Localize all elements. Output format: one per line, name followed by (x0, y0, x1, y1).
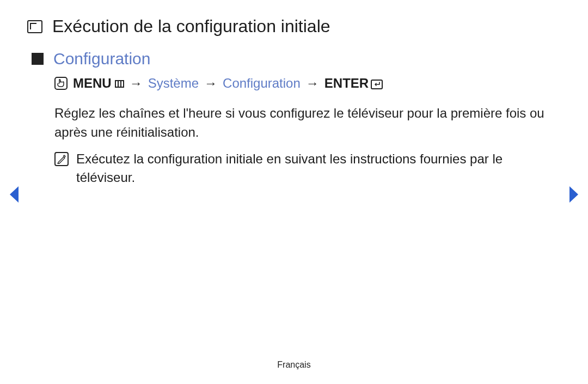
remote-hand-icon (54, 77, 68, 90)
arrow-1: → (130, 76, 143, 91)
menu-label: MENU (73, 76, 112, 91)
square-bullet-icon (32, 53, 44, 65)
arrow-2: → (204, 76, 217, 91)
section-heading: Configuration (53, 50, 150, 68)
arrow-3: → (306, 76, 319, 91)
note-text: Exécutez la configuration initiale en su… (76, 150, 555, 188)
prev-page-button[interactable] (8, 185, 20, 206)
footer-language: Français (0, 360, 588, 370)
page-title-row: Exécution de la configuration initiale (27, 16, 555, 36)
manual-page: Exécution de la configuration initiale C… (0, 0, 588, 384)
svg-marker-1 (569, 186, 578, 203)
note-icon (54, 152, 69, 166)
chevron-right-icon (568, 185, 580, 204)
path-step-1: Système (148, 76, 199, 91)
next-page-button[interactable] (568, 185, 580, 206)
menu-path: MENU → Système → Configuration → ENTER (54, 76, 555, 91)
page-title: Exécution de la configuration initiale (52, 16, 330, 36)
note-row: Exécutez la configuration initiale en su… (54, 150, 555, 188)
svg-marker-0 (10, 186, 19, 203)
enter-icon (371, 80, 383, 89)
path-step-2: Configuration (223, 76, 301, 91)
chevron-left-icon (8, 185, 20, 204)
body-paragraph: Réglez les chaînes et l'heure si vous co… (54, 104, 555, 142)
enter-label: ENTER (324, 76, 369, 91)
section-bullet-icon (27, 20, 42, 33)
menu-grid-icon (115, 80, 124, 88)
section-heading-row: Configuration (32, 50, 555, 68)
